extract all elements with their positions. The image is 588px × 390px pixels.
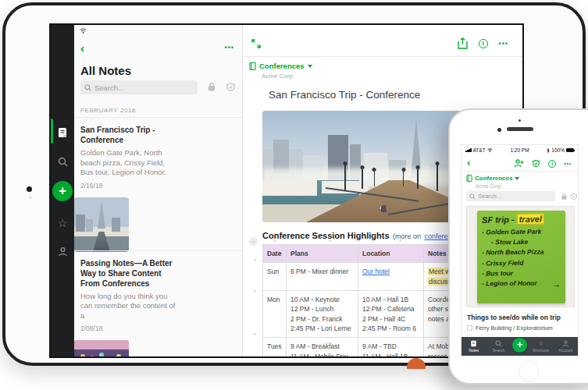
sidebar-item-search[interactable]	[51, 157, 74, 167]
battery-label: 100%	[551, 147, 565, 153]
marketing-scene: ☆ ‹ ••• All Notes Search...	[0, 0, 588, 390]
share-contact-icon[interactable]	[514, 159, 524, 168]
checkbox-icon[interactable]	[467, 325, 472, 331]
new-note-button[interactable]	[512, 338, 527, 353]
cell-plans: 9 AM - Breakfast 11 AM - Mobile Dev 12 P…	[287, 338, 358, 356]
wifi-icon	[487, 148, 493, 152]
sidebar-item-account[interactable]	[51, 246, 74, 257]
tab-account[interactable]: Account	[554, 340, 576, 353]
account-icon	[562, 340, 569, 347]
note-title: Passing Notes—A Better Way to Share Cont…	[80, 258, 176, 289]
new-note-button[interactable]	[52, 181, 73, 201]
back-button[interactable]: ‹	[80, 42, 84, 54]
notebook-selector[interactable]: Conferences	[249, 62, 312, 70]
iphone-toolbar: ‹ •••	[461, 155, 578, 172]
notebook-stack: Acme Corp	[262, 73, 293, 80]
note-thumbnail-sf	[74, 197, 129, 252]
info-icon[interactable]	[548, 160, 556, 168]
search-placeholder: Search...	[478, 193, 501, 200]
note-date: 2/08/18	[80, 324, 237, 332]
notebook-selector[interactable]: Conferences	[466, 175, 519, 182]
col-header: Date	[263, 245, 287, 263]
back-button[interactable]: ‹	[467, 158, 470, 168]
toolbar-divider	[243, 56, 522, 57]
lock-icon[interactable]	[207, 82, 216, 92]
note-more-button[interactable]: •••	[499, 40, 508, 48]
account-icon	[58, 246, 68, 257]
checklist-item[interactable]: Ferry Building / Exploratorium	[467, 324, 553, 332]
orange-dot-decoration	[407, 358, 427, 369]
app-nav-rail: ☆	[51, 25, 74, 356]
postit-line: - Crissy Field	[482, 257, 561, 268]
notebook-icon	[249, 62, 256, 70]
sticky-note-photo[interactable]: SF trip - travel - Golden Gate Park - St…	[466, 206, 575, 307]
tab-search[interactable]: Search	[487, 340, 509, 353]
notebook-stack: Acme Corp	[476, 183, 501, 189]
share-icon[interactable]	[458, 37, 468, 49]
more-button[interactable]: •••	[564, 161, 572, 166]
cell-location: 9 AM - TBD 11 AM - Hall 1B 12PM - Skip's…	[358, 338, 424, 356]
sidebar-item-notes[interactable]	[51, 127, 74, 138]
checklist-label: Ferry Building / Exploratorium	[476, 324, 553, 332]
iphone-screen: AT&T 1:20 PM 100% ‹ •••	[461, 144, 579, 356]
note-list-item[interactable]: Passing Notes—A Better Way to Share Cont…	[74, 250, 243, 356]
cell-date: Mon	[263, 290, 287, 337]
status-bar: AT&T 1:20 PM 100%	[461, 145, 578, 155]
postit-note: SF trip - travel - Golden Gate Park - St…	[477, 211, 565, 303]
search-icon	[84, 84, 91, 91]
iphone-camera	[497, 128, 501, 132]
note-list-item[interactable]: San Francisco Trip - Conference Golden G…	[74, 117, 243, 250]
iphone-earpiece	[507, 127, 533, 131]
info-icon[interactable]	[479, 39, 488, 48]
section-heading: Conference Session Highlights	[262, 231, 390, 240]
list-title: All Notes	[80, 64, 131, 77]
search-input[interactable]: Search...	[466, 191, 555, 201]
iphone-device: AT&T 1:20 PM 100% ‹ •••	[448, 108, 588, 385]
note-snippet: How long do you think you can remember t…	[80, 292, 177, 321]
search-icon	[469, 193, 476, 200]
carrier-label: AT&T	[473, 147, 486, 153]
notes-icon	[57, 127, 68, 138]
reminder-icon[interactable]	[226, 82, 236, 92]
iphone-home-button[interactable]	[519, 361, 539, 381]
note-title[interactable]: San Francisco Trip - Conference	[269, 89, 420, 101]
lock-icon[interactable]	[561, 193, 568, 200]
tab-bar: Notes Search ☆ Shortcuts Account	[461, 337, 578, 356]
cell-location: 10 AM - Hall 1B 12 PM - Cafeteria 2 PM -…	[358, 290, 424, 337]
reminder-icon[interactable]	[570, 193, 578, 200]
col-header: Plans	[287, 245, 358, 263]
cell-plans: 10 AM - Keynote 12 PM - Lunch 2 PM - Dr.…	[287, 290, 358, 337]
clock-label: 1:20 PM	[510, 147, 529, 153]
search-input[interactable]: Search...	[80, 80, 198, 94]
note-snippet: Golden Gate Park, North beach pizza, Cri…	[80, 148, 177, 178]
note-date: 2/16/18	[80, 182, 237, 190]
arrow-right-icon: →	[552, 278, 561, 291]
note-thumbnail-stickers	[74, 340, 129, 356]
sidebar-item-shortcuts[interactable]: ☆	[51, 217, 74, 229]
section-heading-suffix: (more on	[393, 232, 421, 240]
cell-location: Our hotel	[358, 263, 424, 291]
postit-title: SF trip - travel	[482, 214, 561, 225]
postit-line: - North Beach Pizza	[482, 247, 561, 258]
list-more-button[interactable]: •••	[225, 44, 234, 51]
table-handle[interactable]	[249, 237, 258, 246]
date-section-label: FEBRUARY 2018	[80, 107, 136, 114]
notes-list-pane: ‹ ••• All Notes Search... FEBRUARY 2018 …	[74, 25, 243, 356]
chevron-down-icon	[308, 65, 312, 68]
search-icon	[495, 340, 502, 347]
search-icon	[58, 157, 68, 167]
note-body-heading: Things to see/do while on trip	[467, 314, 561, 321]
collapse-icon[interactable]	[251, 39, 261, 48]
highlighted-word: travel	[517, 213, 545, 225]
wifi-icon	[80, 28, 87, 34]
battery-icon	[566, 148, 574, 152]
star-icon: ☆	[58, 217, 68, 229]
reminder-icon[interactable]	[532, 159, 540, 168]
cell-plans: 6 PM - Mixer dinner	[287, 263, 358, 291]
tab-shortcuts[interactable]: ☆ Shortcuts	[530, 341, 552, 353]
our-hotel-link[interactable]: Our hotel	[362, 268, 390, 275]
postit-line: - Golden Gate Park	[482, 226, 561, 237]
bluetooth-icon	[547, 148, 550, 153]
tab-notes[interactable]: Notes	[463, 340, 485, 353]
search-placeholder: Search...	[94, 83, 124, 92]
